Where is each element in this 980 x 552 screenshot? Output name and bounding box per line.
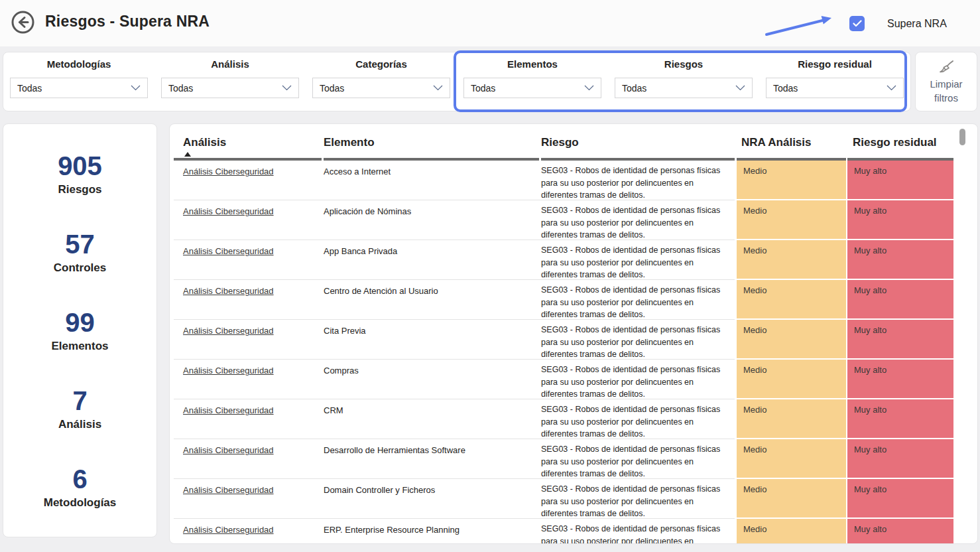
dropdown-selected-value: Todas xyxy=(471,83,495,94)
filter-label: Elementos xyxy=(457,58,608,70)
filter-dropdown[interactable]: Todas xyxy=(161,78,299,98)
filter-group: Categorías Todas xyxy=(306,52,457,111)
elemento-cell: Aplicación de Nóminas xyxy=(324,206,532,216)
riesgo-residual-cell: Muy alto xyxy=(847,519,953,544)
riesgo-residual-cell: Muy alto xyxy=(847,161,953,199)
riesgo-residual-cell: Muy alto xyxy=(847,479,953,518)
dropdown-selected-value: Todas xyxy=(168,83,193,94)
stat-label: Controles xyxy=(3,261,156,275)
chevron-down-icon xyxy=(282,85,292,91)
clear-filters-button[interactable]: Limpiar filtros xyxy=(915,52,977,111)
nra-analisis-cell: Medio xyxy=(737,240,846,279)
filter-bar: Metodologías Todas Análisis Todas Catego… xyxy=(3,52,911,111)
riesgo-residual-cell: Muy alto xyxy=(847,399,953,438)
clear-filters-label: Limpiar filtros xyxy=(926,78,967,105)
elemento-cell: App Banca Privada xyxy=(324,246,532,256)
filter-dropdown[interactable]: Todas xyxy=(615,78,753,98)
riesgo-cell: SEG03 - Robos de identidad de personas f… xyxy=(541,483,728,520)
column-header-analisis[interactable]: Análisis xyxy=(183,136,226,149)
stat-label: Elementos xyxy=(3,340,156,353)
stat-value: 57 xyxy=(3,230,156,258)
table-row: Análisis Ciberseguridad Acceso a Interne… xyxy=(170,161,978,200)
nra-analisis-cell: Medio xyxy=(737,399,846,438)
nra-analisis-cell: Medio xyxy=(737,200,846,239)
stat-card: 6 Metodologías xyxy=(3,465,156,510)
filter-label: Categorías xyxy=(306,58,457,70)
stat-card: 7 Análisis xyxy=(3,387,156,431)
analisis-link[interactable]: Análisis Ciberseguridad xyxy=(183,246,319,256)
back-button[interactable] xyxy=(11,10,35,34)
stat-label: Metodologías xyxy=(3,496,156,510)
elemento-cell: ERP. Enterprise Resource Planning xyxy=(324,525,532,535)
column-header-riesgo-residual[interactable]: Riesgo residual xyxy=(853,136,937,149)
filter-label: Análisis xyxy=(154,58,306,70)
chevron-down-icon xyxy=(433,85,443,91)
supera-nra-checkbox[interactable] xyxy=(849,16,865,31)
column-header-nra-analisis[interactable]: NRA Análisis xyxy=(741,136,812,149)
analisis-link[interactable]: Análisis Ciberseguridad xyxy=(183,286,319,296)
filter-group: Elementos Todas xyxy=(457,52,608,111)
analisis-link[interactable]: Análisis Ciberseguridad xyxy=(183,206,319,216)
dropdown-selected-value: Todas xyxy=(773,83,798,94)
table-row: Análisis Ciberseguridad App Banca Privad… xyxy=(170,240,978,280)
filter-dropdown[interactable]: Todas xyxy=(10,78,148,98)
filter-dropdown[interactable]: Todas xyxy=(463,78,601,98)
column-header-elemento[interactable]: Elemento xyxy=(324,136,375,149)
elemento-cell: Acceso a Internet xyxy=(324,167,532,176)
riesgo-cell: SEG03 - Robos de identidad de personas f… xyxy=(541,284,728,321)
annotation-arrow-icon xyxy=(763,11,842,38)
summary-panel: 905 Riesgos 57 Controles 99 Elementos 7 … xyxy=(3,123,157,537)
analisis-link[interactable]: Análisis Ciberseguridad xyxy=(183,405,319,415)
riesgo-cell: SEG03 - Robos de identidad de personas f… xyxy=(541,443,728,480)
checkmark-icon xyxy=(853,20,862,27)
stat-card: 905 Riesgos xyxy=(3,152,156,196)
chevron-down-icon xyxy=(887,85,896,91)
riesgo-cell: SEG03 - Robos de identidad de personas f… xyxy=(541,204,728,242)
stat-value: 7 xyxy=(3,387,156,415)
table-row: Análisis Ciberseguridad ERP. Enterprise … xyxy=(170,519,978,544)
table-row: Análisis Ciberseguridad CRM SEG03 - Robo… xyxy=(170,399,978,439)
nra-analisis-cell: Medio xyxy=(737,479,846,518)
dropdown-selected-value: Todas xyxy=(320,83,344,94)
filter-label: Riesgo residual xyxy=(759,58,910,70)
filter-group: Metodologías Todas xyxy=(3,52,154,111)
nra-analisis-cell: Medio xyxy=(737,280,846,318)
riesgo-residual-cell: Muy alto xyxy=(847,200,953,239)
filter-dropdown[interactable]: Todas xyxy=(312,78,450,98)
analisis-link[interactable]: Análisis Ciberseguridad xyxy=(183,326,319,336)
riesgo-residual-cell: Muy alto xyxy=(847,320,953,358)
title-bar: Riesgos - Supera NRA Supera NRA xyxy=(0,0,980,46)
chevron-down-icon xyxy=(735,85,745,91)
analisis-link[interactable]: Análisis Ciberseguridad xyxy=(183,525,319,535)
analisis-link[interactable]: Análisis Ciberseguridad xyxy=(183,167,319,176)
filter-dropdown[interactable]: Todas xyxy=(766,78,904,98)
filter-group: Riesgos Todas xyxy=(608,52,759,111)
elemento-cell: Desarrollo de Herramientas Software xyxy=(324,445,532,455)
table-row: Análisis Ciberseguridad Aplicación de Nó… xyxy=(170,200,978,240)
riesgo-cell: SEG03 - Robos de identidad de personas f… xyxy=(541,523,728,544)
table-row: Análisis Ciberseguridad Desarrollo de He… xyxy=(170,439,978,479)
page-title: Riesgos - Supera NRA xyxy=(45,13,210,31)
filter-group: Análisis Todas xyxy=(154,52,306,111)
analisis-link[interactable]: Análisis Ciberseguridad xyxy=(183,366,319,376)
riesgo-cell: SEG03 - Robos de identidad de personas f… xyxy=(541,165,728,202)
column-header-riesgo[interactable]: Riesgo xyxy=(541,136,579,149)
filter-label: Metodologías xyxy=(3,58,154,70)
stat-label: Riesgos xyxy=(3,183,156,196)
analisis-link[interactable]: Análisis Ciberseguridad xyxy=(183,485,319,495)
elemento-cell: Compras xyxy=(324,366,532,376)
riesgo-residual-cell: Muy alto xyxy=(847,280,953,318)
broom-icon xyxy=(937,58,955,77)
sort-ascending-icon xyxy=(184,152,191,157)
analisis-link[interactable]: Análisis Ciberseguridad xyxy=(183,445,319,455)
table-row: Análisis Ciberseguridad Centro de Atenci… xyxy=(170,280,978,320)
risk-table: Análisis Elemento Riesgo NRA Análisis Ri… xyxy=(169,123,978,544)
elemento-cell: Centro de Atención al Usuario xyxy=(324,286,532,296)
nra-analisis-cell: Medio xyxy=(737,360,846,398)
riesgo-residual-cell: Muy alto xyxy=(847,439,953,478)
dropdown-selected-value: Todas xyxy=(17,83,42,94)
vertical-scrollbar[interactable] xyxy=(959,129,965,145)
riesgo-cell: SEG03 - Robos de identidad de personas f… xyxy=(541,244,728,281)
riesgo-residual-cell: Muy alto xyxy=(847,360,953,398)
elemento-cell: Domain Controller y Ficheros xyxy=(324,485,532,495)
